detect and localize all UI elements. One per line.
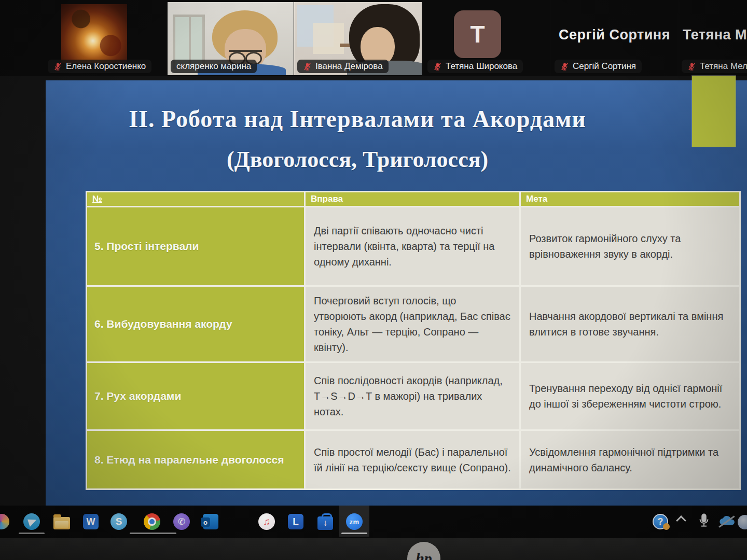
slide-title-line2: (Двоголосся, Триголосся): [46, 146, 669, 173]
avatar: Т: [454, 10, 501, 58]
tray-chevron-up-icon[interactable]: [677, 514, 685, 524]
table-row-goal: Навчання акордової вертикалі та вміння в…: [521, 287, 739, 361]
store-icon[interactable]: ↓: [316, 513, 334, 530]
download-arrow-icon: ↓: [323, 518, 328, 528]
slide-title: ІІ. Робота над Інтервалами та Акордами (…: [46, 105, 747, 173]
question-mark-icon: ?: [658, 516, 663, 527]
chrome-running-indicator: [130, 533, 176, 534]
photos-icon[interactable]: [0, 514, 9, 529]
participant-tile-3[interactable]: Іванна Демірова: [294, 0, 422, 76]
chrome-icon[interactable]: [143, 513, 161, 530]
muted-mic-icon: [53, 62, 62, 71]
table-row-exercise: Спів послідовності акордів (наприклад, T…: [306, 363, 519, 429]
table-row-exercise: Почерговий вступ голосів, що утворюють а…: [306, 287, 519, 361]
participant-name-pill: Іванна Демірова: [297, 60, 389, 73]
outlook-letter: o: [201, 517, 210, 527]
participant-name: Тетяна Мел: [700, 61, 747, 72]
participant-name-pill: Елена Коростиенко: [48, 60, 151, 73]
slide-title-line1: ІІ. Робота над Інтервалами та Акордами: [46, 105, 669, 133]
participant-strip: Елена Коростиенко скляренко марина: [0, 0, 747, 76]
participant-display-name: Сергій Сортиня: [551, 27, 677, 43]
music-note-icon: ♫: [263, 516, 270, 527]
muted-mic-icon: [560, 62, 569, 71]
zoom-active-tile[interactable]: zm: [339, 506, 369, 537]
laptop-bezel: hp: [0, 538, 747, 560]
participant-name: скляренко марина: [176, 61, 251, 72]
zoom-badge: zm: [349, 518, 359, 526]
participant-name-pill: Тетяна Широкова: [427, 60, 523, 73]
table-header-num: №: [87, 192, 304, 206]
exercises-table: № Вправа Мета 5. Прості інтервали Дві па…: [86, 191, 741, 490]
avatar-letter: Т: [470, 20, 485, 48]
file-explorer-icon[interactable]: [53, 513, 71, 530]
l-app-icon[interactable]: L: [287, 513, 305, 530]
participant-name: Іванна Демірова: [315, 61, 383, 72]
folder-icon: [53, 517, 70, 529]
participant-name: Сергій Сортиня: [573, 61, 636, 72]
telegram-running-indicator: [19, 533, 45, 534]
itunes-icon[interactable]: ♫: [258, 513, 275, 530]
participant-display-name: Тетяна Ме: [680, 27, 747, 43]
profile-image: [61, 4, 127, 63]
windows-taskbar: W S ✆ o ♫ L ↓ zm: [0, 506, 747, 538]
participant-tile-2[interactable]: скляренко марина: [168, 0, 294, 76]
participant-tile-4[interactable]: Т Тетяна Широкова: [424, 0, 550, 76]
table-row-num: 8. Етюд на паралельне двоголосся: [87, 431, 304, 488]
tray-partial-icon[interactable]: [738, 515, 747, 529]
onedrive-off-tray-icon[interactable]: [717, 515, 737, 528]
muted-mic-icon: [433, 62, 442, 71]
hp-logo: hp: [407, 542, 440, 560]
outlook-icon[interactable]: o: [202, 513, 219, 530]
table-row-num: 6. Вибудовування акорду: [87, 287, 304, 361]
table-row-num: 7. Рух акордами: [87, 363, 304, 429]
participant-tile-1[interactable]: Елена Коростиенко: [0, 0, 167, 76]
word-letter: W: [87, 516, 95, 527]
help-tray-icon[interactable]: ?: [653, 514, 668, 529]
table-header-exercise: Вправа: [306, 192, 519, 206]
paper-plane-icon: [27, 516, 38, 526]
shared-presentation-slide: ІІ. Робота над Інтервалами та Акордами (…: [46, 80, 747, 506]
telegram-icon[interactable]: [23, 513, 40, 530]
table-row-goal: Розвиток гармонійного слуху та врівноваж…: [521, 207, 739, 285]
table-header-goal: Мета: [521, 192, 739, 206]
table-row-exercise: Спів простої мелодії (Бас) і паралельної…: [306, 431, 519, 488]
microphone-tray-icon[interactable]: [696, 512, 712, 529]
participant-name-pill: Сергій Сортиня: [555, 60, 642, 73]
participant-name: Елена Коростиенко: [66, 61, 146, 72]
viber-icon[interactable]: ✆: [173, 513, 190, 530]
l-app-letter: L: [293, 516, 299, 527]
muted-mic-icon: [687, 62, 696, 71]
table-row-goal: Тренування переходу від однієї гармонії …: [521, 363, 739, 429]
muted-mic-icon: [303, 62, 312, 71]
hp-logo-text: hp: [416, 550, 432, 560]
participant-name: Тетяна Широкова: [446, 61, 517, 72]
participant-name-pill: скляренко марина: [171, 60, 257, 73]
participant-tile-5[interactable]: Сергій Сортиня Сергій Сортиня: [551, 0, 677, 76]
phone-icon: ✆: [178, 516, 185, 527]
participant-tile-6[interactable]: Тетяна Ме Тетяна Мел: [680, 0, 747, 76]
word-icon[interactable]: W: [82, 513, 100, 530]
table-row-goal: Усвідомлення гармонічної підтримки та ди…: [521, 431, 739, 488]
notification-badge: [663, 523, 670, 530]
table-row-num: 5. Прості інтервали: [87, 207, 304, 285]
table-row-exercise: Дві партії співають одночасно чисті інте…: [306, 207, 519, 285]
skype-icon[interactable]: S: [110, 513, 128, 530]
wall-poster: [313, 23, 344, 54]
skype-letter: S: [116, 516, 122, 527]
zoom-app-icon[interactable]: zm: [345, 513, 363, 530]
zoom-running-indicator: [341, 533, 367, 534]
participant-name-pill: Тетяна Мел: [682, 60, 747, 73]
laptop-screen-photo: Елена Коростиенко скляренко марина: [0, 0, 747, 560]
